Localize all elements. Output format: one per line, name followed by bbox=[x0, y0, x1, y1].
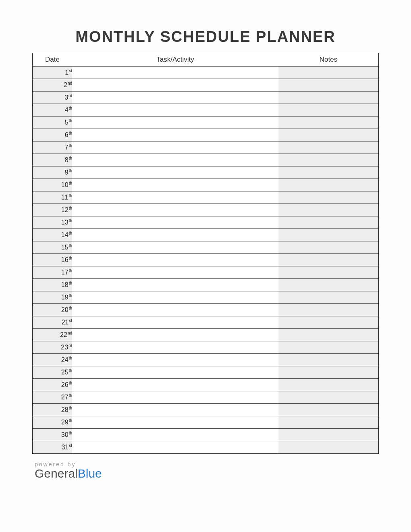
task-cell[interactable] bbox=[72, 254, 278, 266]
day-number: 25 bbox=[61, 369, 68, 376]
task-cell[interactable] bbox=[72, 404, 278, 416]
day-number: 27 bbox=[61, 394, 68, 401]
notes-cell[interactable] bbox=[278, 241, 379, 254]
date-cell: 18th bbox=[33, 279, 73, 291]
date-cell: 11th bbox=[33, 191, 73, 204]
page-title: MONTHLY SCHEDULE PLANNER bbox=[32, 28, 379, 46]
notes-cell[interactable] bbox=[278, 304, 379, 316]
day-suffix: th bbox=[69, 181, 72, 185]
notes-cell[interactable] bbox=[278, 266, 379, 279]
brand-logo: GeneralBlue bbox=[35, 467, 379, 480]
task-cell[interactable] bbox=[72, 179, 278, 191]
task-cell[interactable] bbox=[72, 329, 278, 341]
day-number: 19 bbox=[61, 294, 68, 301]
notes-cell[interactable] bbox=[278, 79, 379, 91]
notes-cell[interactable] bbox=[278, 179, 379, 191]
notes-cell[interactable] bbox=[278, 166, 379, 179]
notes-cell[interactable] bbox=[278, 66, 379, 79]
date-cell: 9th bbox=[33, 166, 73, 179]
notes-cell[interactable] bbox=[278, 429, 379, 441]
task-cell[interactable] bbox=[72, 116, 278, 129]
day-number: 3 bbox=[64, 94, 68, 101]
day-number: 17 bbox=[61, 269, 68, 276]
task-cell[interactable] bbox=[72, 341, 278, 354]
notes-cell[interactable] bbox=[278, 141, 379, 154]
day-number: 20 bbox=[61, 307, 68, 314]
notes-cell[interactable] bbox=[278, 254, 379, 266]
task-cell[interactable] bbox=[72, 204, 278, 216]
table-row: 31st bbox=[33, 441, 379, 454]
task-cell[interactable] bbox=[72, 141, 278, 154]
notes-cell[interactable] bbox=[278, 104, 379, 116]
task-cell[interactable] bbox=[72, 391, 278, 404]
task-cell[interactable] bbox=[72, 104, 278, 116]
task-cell[interactable] bbox=[72, 166, 278, 179]
notes-cell[interactable] bbox=[278, 291, 379, 304]
task-cell[interactable] bbox=[72, 366, 278, 379]
date-cell: 3rd bbox=[33, 91, 73, 104]
notes-cell[interactable] bbox=[278, 329, 379, 341]
notes-cell[interactable] bbox=[278, 191, 379, 204]
day-suffix: st bbox=[69, 443, 72, 448]
day-number: 22 bbox=[60, 332, 67, 339]
task-cell[interactable] bbox=[72, 429, 278, 441]
day-suffix: nd bbox=[68, 81, 72, 85]
task-cell[interactable] bbox=[72, 266, 278, 279]
task-cell[interactable] bbox=[72, 279, 278, 291]
notes-cell[interactable] bbox=[278, 279, 379, 291]
day-number: 15 bbox=[61, 244, 68, 251]
notes-cell[interactable] bbox=[278, 341, 379, 354]
notes-cell[interactable] bbox=[278, 154, 379, 166]
task-cell[interactable] bbox=[72, 241, 278, 254]
notes-cell[interactable] bbox=[278, 441, 379, 454]
task-cell[interactable] bbox=[72, 354, 278, 366]
column-header-date: Date bbox=[33, 53, 73, 66]
day-number: 28 bbox=[61, 407, 68, 414]
task-cell[interactable] bbox=[72, 191, 278, 204]
notes-cell[interactable] bbox=[278, 204, 379, 216]
notes-cell[interactable] bbox=[278, 116, 379, 129]
notes-cell[interactable] bbox=[278, 229, 379, 241]
task-cell[interactable] bbox=[72, 416, 278, 429]
day-number: 21 bbox=[61, 319, 68, 326]
date-cell: 17th bbox=[33, 266, 73, 279]
date-cell: 12th bbox=[33, 204, 73, 216]
day-suffix: th bbox=[69, 143, 72, 148]
notes-cell[interactable] bbox=[278, 354, 379, 366]
day-number: 11 bbox=[61, 194, 68, 201]
notes-cell[interactable] bbox=[278, 316, 379, 329]
day-number: 16 bbox=[61, 257, 68, 264]
task-cell[interactable] bbox=[72, 304, 278, 316]
task-cell[interactable] bbox=[72, 379, 278, 391]
task-cell[interactable] bbox=[72, 154, 278, 166]
notes-cell[interactable] bbox=[278, 129, 379, 141]
table-row: 30th bbox=[33, 429, 379, 441]
task-cell[interactable] bbox=[72, 216, 278, 229]
notes-cell[interactable] bbox=[278, 391, 379, 404]
date-cell: 7th bbox=[33, 141, 73, 154]
column-header-notes: Notes bbox=[278, 53, 379, 66]
notes-cell[interactable] bbox=[278, 366, 379, 379]
notes-cell[interactable] bbox=[278, 216, 379, 229]
task-cell[interactable] bbox=[72, 129, 278, 141]
task-cell[interactable] bbox=[72, 441, 278, 454]
task-cell[interactable] bbox=[72, 229, 278, 241]
date-cell: 28th bbox=[33, 404, 73, 416]
table-row: 28th bbox=[33, 404, 379, 416]
day-suffix: th bbox=[69, 131, 72, 135]
notes-cell[interactable] bbox=[278, 379, 379, 391]
task-cell[interactable] bbox=[72, 291, 278, 304]
task-cell[interactable] bbox=[72, 91, 278, 104]
task-cell[interactable] bbox=[72, 66, 278, 79]
notes-cell[interactable] bbox=[278, 91, 379, 104]
task-cell[interactable] bbox=[72, 79, 278, 91]
brand-part1: General bbox=[35, 467, 78, 480]
notes-cell[interactable] bbox=[278, 416, 379, 429]
notes-cell[interactable] bbox=[278, 404, 379, 416]
date-cell: 31st bbox=[33, 441, 73, 454]
day-number: 26 bbox=[61, 382, 68, 389]
planner-table: Date Task/Activity Notes 1st2nd3rd4th5th… bbox=[32, 53, 379, 454]
table-row: 16th bbox=[33, 254, 379, 266]
day-number: 29 bbox=[61, 419, 68, 426]
task-cell[interactable] bbox=[72, 316, 278, 329]
